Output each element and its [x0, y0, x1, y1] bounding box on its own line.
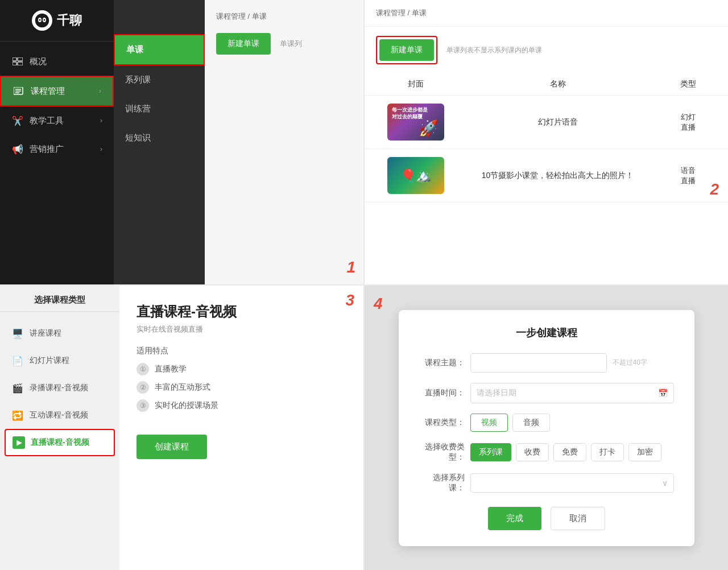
type-item-interactive-av[interactable]: 🔁 互动课程-音视频: [0, 402, 119, 429]
svg-rect-6: [13, 62, 16, 65]
submenu-short-knowledge[interactable]: 短知识: [114, 123, 205, 152]
type-item-recorded-av[interactable]: 🎬 录播课程-音视频: [0, 374, 119, 402]
q2-create-btn[interactable]: 新建单课: [379, 39, 434, 61]
svg-rect-5: [13, 57, 16, 61]
topic-label: 课程主题：: [419, 358, 465, 368]
done-btn[interactable]: 完成: [488, 507, 541, 530]
type-row: 课程类型： 视频 音频: [419, 414, 674, 432]
cover-overlay-text-1: 每一次进步都是对过去的颠覆: [392, 107, 428, 120]
charge-paid-btn[interactable]: 收费: [516, 443, 549, 461]
topic-row: 课程主题： 不超过40字: [419, 353, 674, 373]
live-av-icon: ▶: [13, 436, 25, 449]
type-item-live-av[interactable]: ▶ 直播课程-音视频: [5, 429, 115, 456]
type-sidebar: 选择课程类型 🖥️ 讲座课程 📄 幻灯片课程 🎬 录播课程-音视频 🔁 互动课程…: [0, 286, 119, 570]
topic-input[interactable]: [470, 353, 607, 373]
feature-num-3: ③: [136, 399, 149, 412]
table-header: 封面 名称 类型: [365, 73, 728, 96]
submenu-training-camp[interactable]: 训练营: [114, 94, 205, 123]
course-manage-arrow: ›: [99, 87, 101, 95]
col-cover-header: 封面: [376, 79, 456, 89]
type-audio-btn[interactable]: 音频: [512, 414, 550, 432]
type-radio-group: 视频 音频: [470, 414, 550, 432]
type-item-slideshow[interactable]: 📄 幻灯片课程: [0, 347, 119, 374]
course-table: 封面 名称 类型 每一次进步都是对过去的颠覆 幻灯片语音 幻灯直播 🎈🏔️ 10…: [365, 73, 728, 284]
col-name-header: 名称: [456, 79, 660, 89]
type-detail: 3 直播课程-音视频 实时在线音视频直播 适用特点 ① 直播教学 ② 丰富的互动…: [119, 286, 363, 570]
q1-create-btn[interactable]: 新建单课: [216, 33, 271, 55]
step-2-badge: 2: [710, 180, 719, 199]
charge-row: 选择收费类型： 系列课 收费 免费 打卡 加密: [419, 442, 674, 462]
new-course-btn-wrapper: 新建单课: [376, 36, 437, 64]
cover-img-2: 🎈🏔️: [387, 157, 444, 194]
overview-icon: [11, 55, 24, 68]
course-name-2: 10节摄影小课堂，轻松拍出高大上的照片！: [456, 171, 660, 181]
charge-free-btn[interactable]: 免费: [553, 443, 586, 461]
create-course-btn[interactable]: 创建课程: [136, 435, 207, 459]
recorded-av-label: 录播课程-音视频: [30, 383, 88, 393]
interactive-av-icon: 🔁: [11, 409, 24, 422]
course-type-2: 语音直播: [660, 166, 717, 186]
submenu-single-course[interactable]: 单课: [114, 34, 205, 65]
type-label: 课程类型：: [419, 418, 465, 428]
marketing-arrow: ›: [100, 145, 102, 153]
nav-overview[interactable]: 概况: [0, 47, 114, 76]
teaching-tools-icon: ✂️: [11, 114, 24, 127]
logo-text: 千聊: [57, 12, 82, 29]
charge-series-btn[interactable]: 系列课: [470, 443, 511, 461]
detail-subtitle: 实时在线音视频直播: [136, 324, 346, 334]
marketing-label: 营销推广: [30, 144, 100, 155]
q1-breadcrumb: 课程管理 / 单课: [216, 11, 352, 22]
quadrant-4: 4 一步创建课程 课程主题： 不超过40字 直播时间： 请选择日期 📅 课程类型…: [365, 286, 728, 570]
series-select[interactable]: ∨: [470, 473, 674, 493]
quadrant-3: 选择课程类型 🖥️ 讲座课程 📄 幻灯片课程 🎬 录播课程-音视频 🔁 互动课程…: [0, 286, 363, 570]
overview-label: 概况: [30, 56, 102, 67]
time-label: 直播时间：: [419, 388, 465, 398]
course-manage-label: 课程管理: [31, 86, 99, 97]
live-av-label: 直播课程-音视频: [31, 437, 89, 448]
charge-encrypt-btn[interactable]: 加密: [628, 443, 661, 461]
topic-hint: 不超过40字: [613, 358, 647, 367]
course-manage-icon: [13, 85, 25, 97]
lecture-label: 讲座课程: [30, 328, 61, 338]
course-type-1: 幻灯直播: [660, 112, 717, 133]
col-type-header: 类型: [660, 79, 717, 89]
marketing-icon: 📢: [11, 143, 24, 155]
quadrant-2: 课程管理 / 单课 新建单课 单课列表不显示系列课内的单课 封面 名称 类型 每…: [365, 0, 728, 284]
date-placeholder: 请选择日期: [477, 388, 653, 398]
type-item-lecture[interactable]: 🖥️ 讲座课程: [0, 320, 119, 347]
cancel-btn[interactable]: 取消: [551, 507, 605, 530]
submenu: 单课 系列课 训练营 短知识: [114, 0, 205, 284]
create-course-dialog: 一步创建课程 课程主题： 不超过40字 直播时间： 请选择日期 📅 课程类型： …: [399, 310, 694, 546]
step-1-badge: 1: [346, 258, 355, 276]
charge-checkin-btn[interactable]: 打卡: [591, 443, 624, 461]
feature-item-3: ③ 实时化的授课场景: [136, 399, 346, 412]
sidebar-nav: 概况 课程管理 › ✂️ 教学工具 ›: [0, 42, 114, 284]
quadrant-1: 千聊 概况: [0, 0, 363, 284]
table-row: 每一次进步都是对过去的颠覆 幻灯片语音 幻灯直播: [365, 96, 728, 149]
nav-course-manage[interactable]: 课程管理 ›: [0, 76, 114, 106]
sidebar: 千聊 概况: [0, 0, 114, 284]
svg-rect-8: [18, 62, 23, 65]
step-4-badge: 4: [374, 295, 383, 313]
submenu-series-course[interactable]: 系列课: [114, 65, 205, 94]
interactive-av-label: 互动课程-音视频: [30, 410, 88, 420]
series-label: 选择系列课：: [419, 473, 465, 493]
feature-text-1: 直播教学: [155, 364, 187, 374]
type-sidebar-title: 选择课程类型: [0, 295, 119, 312]
nav-marketing[interactable]: 📢 营销推广 ›: [0, 135, 114, 163]
feature-num-2: ②: [136, 381, 149, 394]
nav-teaching-tools[interactable]: ✂️ 教学工具 ›: [0, 106, 114, 135]
table-row: 🎈🏔️ 10节摄影小课堂，轻松拍出高大上的照片！ 语音直播 2: [365, 149, 728, 203]
svg-rect-7: [18, 57, 23, 61]
calendar-icon: 📅: [658, 389, 668, 398]
series-arrow-icon: ∨: [662, 478, 668, 488]
q1-action-bar: 新建单课 单课列: [216, 33, 352, 55]
type-video-btn[interactable]: 视频: [470, 414, 508, 432]
course-cover-1: 每一次进步都是对过去的颠覆: [387, 104, 444, 141]
svg-point-4: [44, 19, 46, 21]
date-input[interactable]: 请选择日期 📅: [470, 383, 674, 403]
q2-action-bar: 新建单课 单课列表不显示系列课内的单课: [365, 27, 728, 73]
teaching-tools-arrow: ›: [100, 117, 102, 125]
q1-content: 课程管理 / 单课 新建单课 单课列: [205, 0, 363, 284]
feature-item-1: ① 直播教学: [136, 363, 346, 375]
